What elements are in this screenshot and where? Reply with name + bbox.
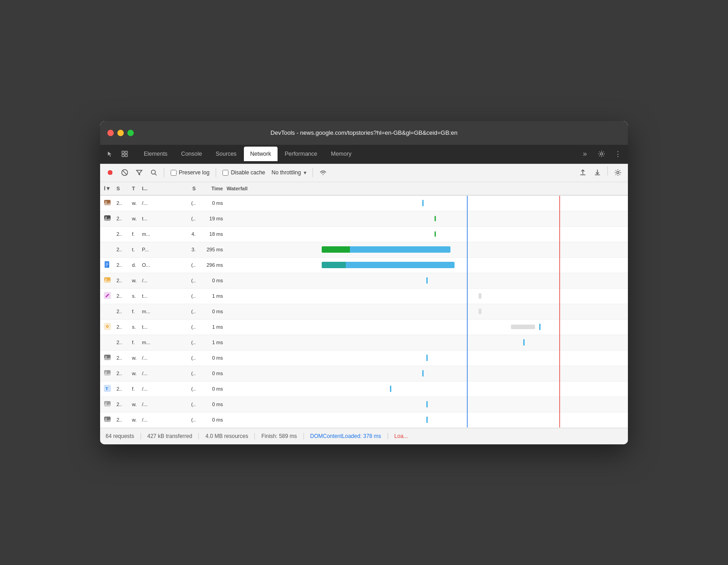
row-status: 2.. (115, 278, 131, 283)
sort-icon[interactable]: I▼ (104, 185, 111, 192)
col-header-type[interactable]: T (131, 186, 140, 191)
network-settings-icon[interactable] (612, 166, 624, 179)
row-name: /... (140, 402, 181, 407)
col-header-name[interactable]: I... (140, 186, 181, 191)
svg-rect-2 (122, 154, 124, 157)
row-icon (100, 354, 115, 362)
svg-point-4 (601, 153, 603, 155)
row-waterfall (225, 288, 628, 304)
table-row[interactable]: 2..w./...(..0 ms (100, 412, 628, 428)
table-header: I▼ S T I... S Time Waterfall (100, 182, 628, 196)
row-time: 0 ms (197, 386, 225, 392)
waterfall-dom-line (467, 381, 468, 397)
row-icon (100, 369, 115, 377)
throttle-select[interactable]: No throttling ▼ (270, 168, 309, 177)
disable-cache-input[interactable] (222, 170, 228, 176)
table-body: 2..w./...(..0 ms2..w.t...(..19 ms2..f.m.… (100, 196, 628, 428)
row-waterfall (225, 257, 628, 273)
row-time: 18 ms (197, 231, 225, 237)
row-type: w. (131, 355, 140, 361)
wifi-settings-icon[interactable] (317, 166, 329, 179)
row-waterfall (225, 242, 628, 257)
table-row[interactable]: 2..t.P...3.295 ms (100, 242, 628, 258)
network-toolbar: ⏺ Preserve log Di (100, 164, 628, 182)
table-row[interactable]: 2..w./...(..0 ms (100, 273, 628, 289)
row-name: /... (140, 278, 181, 283)
col-header-status[interactable]: S (115, 186, 131, 191)
table-row[interactable]: 2..w./...(..0 ms (100, 196, 628, 211)
more-options-icon[interactable]: ⋮ (612, 148, 624, 160)
waterfall-dom-line (467, 319, 468, 335)
settings-icon[interactable] (595, 148, 608, 160)
tab-elements[interactable]: Elements (137, 147, 174, 161)
waterfall-load-line (559, 242, 560, 257)
waterfall-dom-line (467, 273, 468, 288)
preserve-log-checkbox[interactable]: Preserve log (168, 169, 212, 176)
row-icon (100, 400, 115, 408)
row-status: 2.. (115, 324, 131, 330)
filter-button[interactable] (133, 166, 146, 179)
waterfall-stall-bar (511, 325, 535, 329)
row-icon: T (100, 385, 115, 393)
row-status: 2.. (115, 216, 131, 221)
table-row[interactable]: 2..w./...(..0 ms (100, 351, 628, 366)
preserve-log-input[interactable] (171, 170, 177, 176)
col-header-size[interactable]: S (181, 186, 197, 191)
row-size: 3. (181, 247, 197, 252)
table-row[interactable]: 2..f.m...(..0 ms (100, 304, 628, 320)
svg-point-10 (617, 172, 619, 174)
tab-memory[interactable]: Memory (324, 147, 358, 161)
maximize-button[interactable] (127, 130, 134, 136)
row-time: 0 ms (197, 417, 225, 422)
row-type: w. (131, 278, 140, 283)
record-button[interactable]: ⏺ (104, 166, 116, 179)
waterfall-blue-bar2 (346, 262, 455, 268)
row-waterfall (225, 335, 628, 350)
row-status: 2.. (115, 200, 131, 206)
row-icon (100, 416, 115, 424)
row-status: 2.. (115, 231, 131, 237)
tab-sources[interactable]: Sources (209, 147, 243, 161)
tab-network[interactable]: Network (244, 147, 278, 161)
waterfall-teal-bar (322, 262, 346, 268)
close-button[interactable] (107, 130, 114, 136)
row-waterfall (225, 196, 628, 211)
table-row[interactable]: 2..f.m...4.18 ms (100, 227, 628, 242)
table-row[interactable]: 2..s.t...(..1 ms (100, 320, 628, 335)
download-icon[interactable] (591, 166, 604, 179)
upload-icon[interactable] (576, 166, 589, 179)
table-row[interactable]: 2..f.m...(..1 ms (100, 335, 628, 351)
row-size: (.. (181, 293, 197, 299)
tab-console[interactable]: Console (175, 147, 208, 161)
table-row[interactable]: 2..s.t...(..1 ms (100, 289, 628, 304)
clear-button[interactable] (118, 166, 131, 179)
table-row[interactable]: T2..f./...(..0 ms (100, 382, 628, 397)
waterfall-dom-line (467, 211, 468, 226)
table-row[interactable]: 2..w./...(..0 ms (100, 397, 628, 412)
col-header-time[interactable]: Time (197, 186, 225, 191)
table-row[interactable]: 2..d.O...(..296 ms (100, 258, 628, 273)
row-name: /... (140, 386, 181, 392)
row-size: (.. (181, 216, 197, 221)
search-button[interactable] (147, 166, 160, 179)
col-header-waterfall[interactable]: Waterfall (225, 186, 628, 191)
waterfall-load-line (559, 273, 560, 288)
row-size: (.. (181, 355, 197, 361)
table-row[interactable]: 2..w.t...(..19 ms (100, 211, 628, 227)
row-time: 19 ms (197, 216, 225, 221)
waterfall-load-line (559, 397, 560, 412)
tab-performance[interactable]: Performance (278, 147, 324, 161)
more-tabs-icon[interactable]: » (579, 150, 591, 158)
disable-cache-checkbox[interactable]: Disable cache (220, 169, 268, 176)
svg-line-6 (123, 171, 126, 174)
row-time: 0 ms (197, 371, 225, 376)
table-row[interactable]: 2..w./...(..0 ms (100, 366, 628, 382)
inspect-icon[interactable] (118, 148, 131, 160)
row-waterfall (225, 304, 628, 319)
cursor-icon[interactable] (104, 148, 116, 160)
svg-rect-1 (125, 151, 127, 153)
row-name: O... (140, 262, 181, 268)
row-type: f. (131, 340, 140, 345)
waterfall-load-line (559, 226, 560, 242)
minimize-button[interactable] (117, 130, 124, 136)
